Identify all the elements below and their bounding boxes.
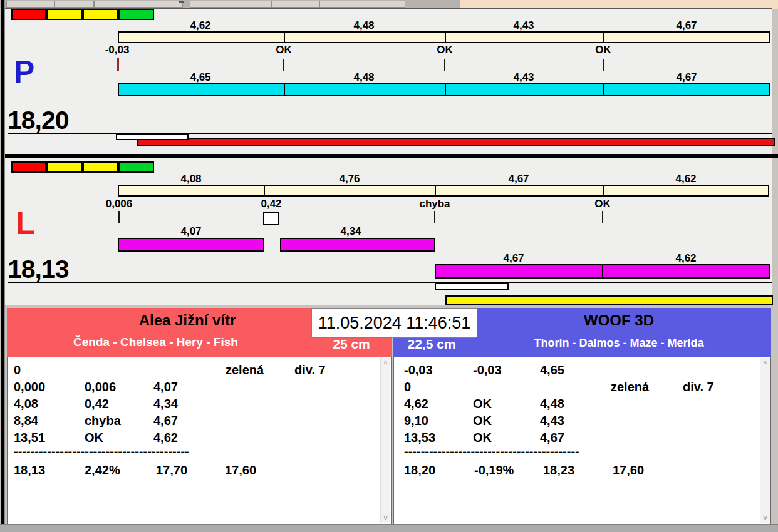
- team-right-results-panel[interactable]: -0,03 -0,03 4,65 0 zelená div. 7 4,62 OK…: [393, 357, 771, 524]
- split-time-label: 4,48: [323, 19, 405, 32]
- table-cell: -0,03: [473, 363, 502, 377]
- table-cell: OK: [85, 431, 103, 445]
- split-bar-divider: [445, 83, 446, 96]
- table-cell: 0,000: [14, 380, 45, 394]
- scroll-up-icon[interactable]: ^: [760, 359, 770, 368]
- split-bar-magenta-3: [435, 264, 770, 279]
- scroll-up-icon[interactable]: ^: [381, 359, 390, 368]
- split-bar-divider: [603, 31, 604, 43]
- table-cell: chyba: [85, 414, 121, 428]
- split-bar-magenta-2: [280, 238, 435, 252]
- split-time-label: 4,67: [473, 252, 554, 265]
- status-square-red: [11, 9, 46, 20]
- datetime-display: 11.05.2024 11:46:51: [311, 308, 477, 338]
- lane-p-total-time: 18,20: [8, 108, 69, 133]
- total-cell: 17,70: [156, 463, 187, 478]
- scrollbar[interactable]: ^ v: [380, 358, 390, 523]
- change-tick: [118, 211, 120, 223]
- team-left-results-panel[interactable]: 0 zelená div. 7 0,000 0,006 4,07 4,08 0,…: [7, 357, 392, 524]
- status-square-red: [11, 161, 46, 173]
- lane-letter-p: P: [14, 56, 34, 88]
- split-time-label: 4,07: [150, 225, 232, 238]
- table-divider-dashes: ----------------------------------------…: [404, 444, 655, 459]
- empty-check-box: [263, 212, 279, 225]
- table-cell: OK: [473, 397, 492, 411]
- change-label: chyba: [394, 198, 475, 210]
- toolbar-segment: [6, 1, 54, 8]
- change-tick: [444, 59, 445, 71]
- progress-bar-red: [137, 138, 775, 146]
- table-cell: 0,42: [85, 397, 109, 411]
- toolbar-segment: [271, 1, 319, 8]
- total-cell: -0,19%: [474, 463, 514, 478]
- split-time-label: 4,76: [309, 173, 390, 185]
- split-bar-cyan-p: [118, 83, 770, 96]
- toolbar-segment: [190, 1, 271, 8]
- split-bar-magenta-1: [118, 238, 264, 252]
- change-tick: [602, 211, 603, 223]
- team-left-jump-height: 25 cm: [320, 337, 383, 352]
- split-time-label: 4,48: [323, 71, 405, 84]
- split-bar-divider: [445, 31, 446, 43]
- split-time-label: 4,67: [646, 19, 727, 32]
- scroll-down-icon[interactable]: v: [381, 513, 390, 522]
- split-bar-divider: [284, 83, 285, 96]
- status-square-green: [118, 9, 154, 20]
- split-time-label: 4,08: [150, 173, 232, 185]
- change-label: -0,03: [76, 44, 158, 56]
- table-cell: 4,34: [153, 397, 178, 411]
- total-cell: 17,60: [613, 463, 644, 478]
- split-bar-top-p: [118, 31, 770, 43]
- progress-bar-yellow: [445, 295, 773, 305]
- table-cell: 8,84: [14, 414, 38, 428]
- change-tick: [603, 59, 604, 71]
- table-cell: 13,51: [14, 431, 45, 445]
- team-right-name: WOOF 3D: [467, 312, 771, 329]
- total-cell: 18,23: [543, 463, 574, 478]
- change-label: OK: [404, 44, 485, 56]
- scrollbar[interactable]: ^ v: [760, 358, 770, 523]
- table-cell: 4,67: [540, 431, 564, 445]
- split-bar-divider: [603, 83, 604, 96]
- change-label: OK: [563, 44, 644, 56]
- change-label: OK: [243, 44, 324, 56]
- lane-l-baseline: [8, 282, 772, 283]
- table-cell: 9,10: [404, 414, 428, 428]
- change-label: 0,006: [78, 198, 160, 210]
- total-cell: 17,60: [225, 463, 256, 478]
- change-label: 0,42: [231, 198, 312, 210]
- split-time-label: 4,62: [645, 173, 727, 185]
- lane-letter-l: L: [16, 208, 35, 239]
- table-cell: 13,53: [404, 431, 435, 445]
- team-left-dogs: Čenda - Chelsea - Hery - Fish: [7, 335, 304, 349]
- split-time-label: 4,67: [646, 71, 727, 84]
- table-cell: OK: [473, 431, 492, 445]
- team-left-name: Alea Jižní vítr: [37, 312, 338, 329]
- window-left-border-shadow: [4, 0, 5, 524]
- change-tick: [283, 59, 284, 71]
- split-time-label: 4,43: [483, 19, 564, 32]
- table-cell: div. 7: [294, 363, 326, 377]
- table-cell: 0: [404, 380, 411, 394]
- team-right-dogs: Thorin - Daimos - Maze - Merida: [467, 337, 771, 350]
- split-time-label: 4,67: [478, 173, 559, 185]
- table-cell: OK: [473, 414, 492, 428]
- table-divider-dashes: ----------------------------------------…: [14, 444, 264, 459]
- table-cell: 0: [14, 363, 21, 377]
- split-time-label: 4,62: [645, 252, 727, 265]
- table-cell: 4,67: [153, 414, 178, 428]
- split-time-label: 4,62: [160, 19, 241, 32]
- lane-l-total-time: 18,13: [8, 257, 69, 282]
- split-bar-divider: [264, 185, 265, 197]
- table-cell: 4,43: [540, 414, 564, 428]
- total-cell: 18,13: [14, 463, 45, 478]
- table-cell: 4,62: [153, 431, 178, 445]
- split-bar-top-l: [118, 185, 769, 197]
- table-cell: 0,006: [85, 380, 116, 394]
- total-cell: 2,42%: [85, 463, 120, 478]
- toolbar-segment: [319, 1, 405, 8]
- desktop-background-strip: [460, 0, 778, 9]
- table-cell: -0,03: [404, 363, 433, 377]
- scroll-down-icon[interactable]: v: [760, 513, 770, 522]
- status-square-green: [118, 161, 154, 173]
